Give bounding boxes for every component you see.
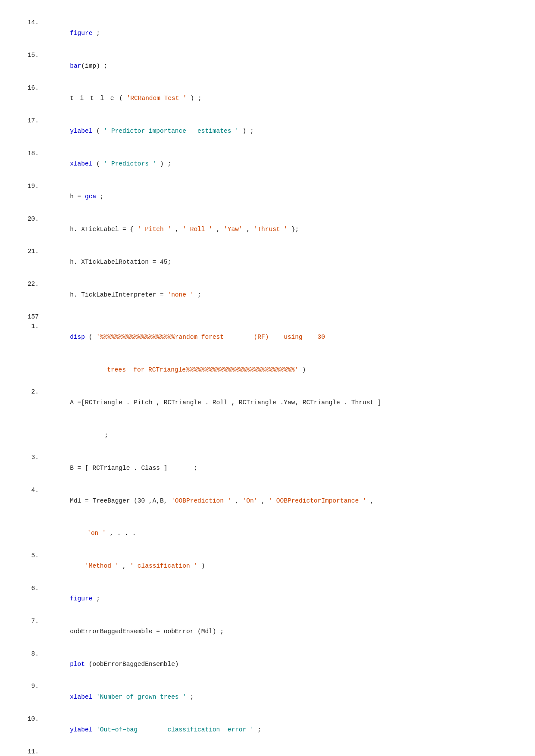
blank-number: 157: [26, 312, 47, 321]
sec2-line-10: 10. ylabel 'Out−of−bag classification er…: [26, 714, 509, 746]
line-content: h = gca ;: [47, 181, 509, 213]
keyword-bar: bar: [70, 62, 81, 69]
line-number: 4.: [26, 485, 47, 496]
line-content: trees for RCTriangle%%%%%%%%%%%%%%%%%%%%…: [47, 354, 509, 386]
line-content: t i t l e ( 'RCRandom Test ' ) ;: [47, 83, 509, 115]
line-number: 3.: [26, 452, 47, 463]
line-number: 2.: [26, 387, 47, 397]
sec2-line-6: 6. figure ;: [26, 583, 509, 615]
line-number: 6.: [26, 583, 47, 594]
line-content: figure ;: [47, 583, 509, 615]
line-number: 5.: [26, 550, 47, 561]
string-val: ' Predictor importance estimates ': [104, 128, 239, 134]
line-number: 18.: [26, 148, 47, 159]
line-number: 14.: [26, 17, 47, 28]
line-number: 9.: [26, 681, 47, 692]
line-content: disp ( '%%%%%%%%%%%%%%%%%%%%random fores…: [47, 321, 509, 353]
keyword-xlabel: xlabel: [70, 694, 92, 700]
string-on: 'On': [243, 497, 258, 504]
line-content: h. XTickLabelRotation = 45;: [47, 246, 509, 278]
line-number: 20.: [26, 214, 47, 225]
line-content: Mdl = TreeBagger (30 ,A,B, 'OOBPredictio…: [47, 485, 509, 517]
line-number: 19.: [26, 181, 47, 192]
line-18: 18. xlabel ( ' Predictors ' ) ;: [26, 148, 509, 180]
line-content: bar(imp) ;: [47, 50, 509, 82]
line-content: figure ;: [47, 17, 509, 49]
string-pitch: ' Pitch ': [138, 226, 171, 233]
sec2-line-1-cont: trees for RCTriangle%%%%%%%%%%%%%%%%%%%%…: [26, 354, 509, 386]
line-number: 1.: [26, 321, 47, 332]
sec2-line-2-cont: ;: [26, 419, 509, 451]
line-content: B = [ RCTriangle . Class ] ;: [47, 452, 509, 484]
line-17: 17. ylabel ( ' Predictor importance esti…: [26, 116, 509, 147]
line-content: oobErrorBaggedEnsemble = oobError (Mdl) …: [47, 616, 509, 648]
string-oob-error: 'Out−of−bag classification error ': [96, 726, 253, 733]
line-content: h. XTickLabel = { ' Pitch ' , ' Roll ' ,…: [47, 214, 509, 246]
line-number: 22.: [26, 279, 47, 290]
string-disp-val2: trees for RCTriangle%%%%%%%%%%%%%%%%%%%%…: [96, 366, 298, 373]
line-14: 14. figure ;: [26, 17, 509, 49]
string-val: ' Predictors ': [104, 160, 156, 167]
line-number: 17.: [26, 116, 47, 126]
line-content: h. TickLabelInterpreter = 'none ' ;: [47, 279, 509, 311]
string-none: 'none ': [167, 291, 194, 298]
line-number: 7.: [26, 616, 47, 627]
line-content: A =[RCTriangle . Pitch , RCTriangle . Ro…: [47, 387, 509, 419]
sec2-line-4-cont: 'on ' , . . .: [26, 518, 509, 550]
keyword-xlabel: xlabel: [70, 160, 92, 167]
line-number: 21.: [26, 246, 47, 257]
line-content: ;: [47, 419, 509, 451]
sec2-line-1: 1. disp ( '%%%%%%%%%%%%%%%%%%%%random fo…: [26, 321, 509, 353]
sec2-line-5: 5. 'Method ' , ' classification ' ): [26, 550, 509, 582]
line-number: 11.: [26, 747, 47, 756]
string-oob: 'OOBPrediction ': [171, 497, 231, 504]
string-on2: 'on ': [87, 530, 106, 537]
line-content: imp = Mdl. OOBPermutedPredictorDeltaErro…: [47, 747, 509, 756]
line-content: plot (oobErrorBaggedEnsemble): [47, 649, 509, 681]
line-number: 16.: [26, 83, 47, 94]
string-thrust: 'Thrust ': [254, 226, 288, 233]
sec2-line-11: 11. imp = Mdl. OOBPermutedPredictorDelta…: [26, 747, 509, 756]
keyword-figure: figure: [70, 595, 92, 602]
keyword-ylabel: ylabel: [70, 128, 92, 134]
string-method: 'Method ': [85, 562, 119, 569]
sec2-line-9: 9. xlabel 'Number of grown trees ' ;: [26, 681, 509, 713]
line-21: 21. h. XTickLabelRotation = 45;: [26, 246, 509, 278]
line-19: 19. h = gca ;: [26, 181, 509, 213]
keyword-figure: figure: [70, 30, 92, 37]
string-val: 'RCRandom Test ': [127, 95, 187, 102]
string-oobpred: ' OOBPredictorImportance ': [269, 497, 366, 504]
keyword-title: t i t l e: [70, 95, 115, 102]
string-classification: ' classification ': [130, 562, 197, 569]
line-content: xlabel 'Number of grown trees ' ;: [47, 681, 509, 713]
line-22: 22. h. TickLabelInterpreter = 'none ' ;: [26, 279, 509, 311]
keyword-disp: disp: [70, 334, 85, 341]
line-20: 20. h. XTickLabel = { ' Pitch ' , ' Roll…: [26, 214, 509, 246]
blank-line: 157: [26, 312, 509, 321]
line-number: 8.: [26, 649, 47, 659]
keyword-plot: plot: [70, 661, 85, 668]
keyword-gca: gca: [85, 193, 96, 200]
line-number: 15.: [26, 50, 47, 61]
keyword-ylabel: ylabel: [70, 726, 92, 733]
sec2-line-3: 3. B = [ RCTriangle . Class ] ;: [26, 452, 509, 484]
line-content: xlabel ( ' Predictors ' ) ;: [47, 148, 509, 180]
sec2-line-4: 4. Mdl = TreeBagger (30 ,A,B, 'OOBPredic…: [26, 485, 509, 517]
string-disp-val: '%%%%%%%%%%%%%%%%%%%%random forest (RF) …: [96, 334, 325, 341]
line-16: 16. t i t l e ( 'RCRandom Test ' ) ;: [26, 83, 509, 115]
code-section-1: 14. figure ; 15. bar(imp) ; 16. t i t l …: [26, 17, 509, 756]
string-num-trees: 'Number of grown trees ': [96, 694, 186, 700]
sec2-line-2: 2. A =[RCTriangle . Pitch , RCTriangle .…: [26, 387, 509, 419]
line-number: 10.: [26, 714, 47, 725]
line-content: ylabel 'Out−of−bag classification error …: [47, 714, 509, 746]
sec2-line-8: 8. plot (oobErrorBaggedEnsemble): [26, 649, 509, 681]
string-yaw: 'Yaw': [224, 226, 243, 233]
line-content: ylabel ( ' Predictor importance estimate…: [47, 116, 509, 147]
string-roll: ' Roll ': [182, 226, 213, 233]
sec2-line-7: 7. oobErrorBaggedEnsemble = oobError (Md…: [26, 616, 509, 648]
line-content: 'on ' , . . .: [47, 518, 509, 550]
line-content: 'Method ' , ' classification ' ): [47, 550, 509, 582]
line-15: 15. bar(imp) ;: [26, 50, 509, 82]
